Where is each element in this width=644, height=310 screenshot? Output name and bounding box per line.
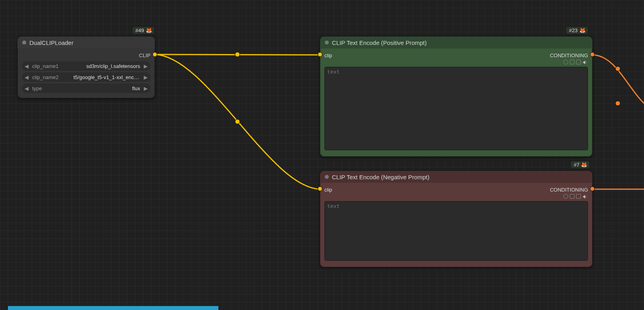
widget-value: flux (130, 85, 143, 91)
toggle-options-icon[interactable] (576, 60, 581, 64)
chevron-left-icon[interactable]: ◀ (23, 74, 30, 80)
badge-label: #49 (135, 27, 144, 33)
chevron-right-icon[interactable]: ▶ (143, 63, 149, 69)
output-label-clip: CLIP (139, 52, 150, 58)
badge-label: #7 (574, 162, 579, 168)
node-mini-toolbar (324, 194, 588, 200)
badge-emoji: 🦊 (579, 27, 586, 33)
node-titlebar[interactable]: CLIP Text Encode (Negative Prompt) (320, 171, 592, 183)
node-title: DualCLIPLoader (29, 39, 73, 46)
input-socket-clip[interactable] (318, 52, 322, 57)
output-socket-conditioning[interactable] (590, 186, 595, 191)
bottom-progress-bar (8, 306, 218, 310)
toggle-options-icon[interactable] (576, 194, 581, 199)
node-badge-negative[interactable]: #7 🦊 (570, 161, 590, 169)
badge-emoji: 🦊 (581, 162, 587, 168)
chevron-left-icon[interactable]: ◀ (23, 85, 30, 91)
node-titlebar[interactable]: CLIP Text Encode (Positive Prompt) (320, 37, 592, 48)
widget-value: sd3m/clip_l.safetensors (84, 63, 143, 69)
output-socket-clip[interactable] (152, 52, 157, 57)
speaker-icon[interactable] (582, 60, 588, 65)
widget-value: t5/google_t5-v1_1-xxl_enco… (71, 74, 143, 80)
node-status-dot (325, 41, 329, 45)
badge-emoji: 🦊 (146, 27, 152, 33)
output-label-conditioning: CONDITIONING (550, 52, 588, 58)
widget-name: type (30, 85, 44, 91)
widget-clip-name1[interactable]: ◀ clip_name1 sd3m/clip_l.safetensors ▶ (22, 61, 150, 71)
toggle-pin-icon[interactable] (563, 194, 568, 199)
input-socket-clip[interactable] (318, 186, 322, 191)
node-status-dot (325, 175, 329, 179)
negative-prompt-textbox[interactable] (324, 201, 588, 261)
node-dual-clip-loader[interactable]: DualCLIPLoader CLIP ◀ clip_name1 sd3m/cl… (17, 37, 155, 98)
toggle-pin-icon[interactable] (563, 60, 568, 64)
node-titlebar[interactable]: DualCLIPLoader (17, 37, 155, 48)
input-label-clip: clip (324, 187, 332, 193)
widget-type[interactable]: ◀ type flux ▶ (22, 83, 150, 93)
node-badge-positive[interactable]: #23 🦊 (565, 26, 588, 35)
speaker-icon[interactable] (582, 194, 588, 200)
node-title: CLIP Text Encode (Negative Prompt) (332, 174, 429, 180)
chevron-left-icon[interactable]: ◀ (23, 63, 30, 69)
toggle-collapse-icon[interactable] (570, 194, 575, 199)
node-status-dot (22, 41, 26, 45)
node-badge-loader[interactable]: #49 🦊 (132, 26, 155, 35)
output-label-conditioning: CONDITIONING (550, 187, 588, 193)
node-mini-toolbar (324, 60, 588, 65)
toggle-collapse-icon[interactable] (570, 60, 575, 64)
node-clip-text-encode-negative[interactable]: CLIP Text Encode (Negative Prompt) clip … (320, 171, 592, 267)
node-clip-text-encode-positive[interactable]: CLIP Text Encode (Positive Prompt) clip … (320, 37, 592, 157)
widget-clip-name2[interactable]: ◀ clip_name2 t5/google_t5-v1_1-xxl_enco…… (22, 72, 150, 82)
input-label-clip: clip (324, 52, 332, 58)
output-socket-conditioning[interactable] (590, 52, 595, 57)
widget-name: clip_name1 (30, 63, 61, 69)
widget-name: clip_name2 (30, 74, 61, 80)
chevron-right-icon[interactable]: ▶ (143, 74, 149, 80)
badge-label: #23 (569, 27, 578, 33)
chevron-right-icon[interactable]: ▶ (143, 85, 149, 91)
node-title: CLIP Text Encode (Positive Prompt) (332, 39, 427, 46)
positive-prompt-textbox[interactable] (324, 67, 588, 150)
